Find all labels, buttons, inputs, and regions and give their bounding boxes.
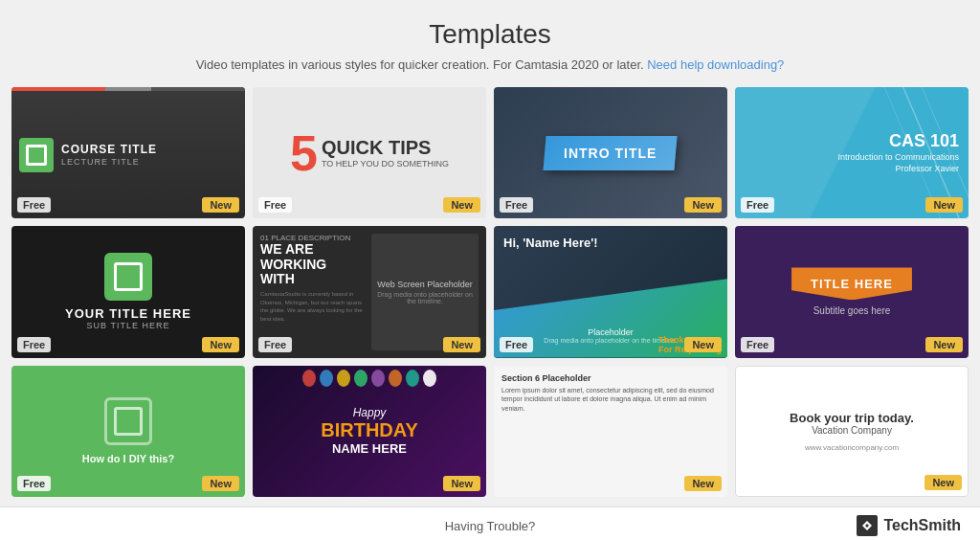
card9-logo [104, 397, 152, 445]
card6-heading: WE ARE WORKING WITH [260, 242, 368, 286]
card3-new-badge: New [684, 197, 722, 213]
card6-drag-text: Drag media onto placeholder on the timel… [375, 291, 475, 304]
card9-logo-inner [114, 407, 143, 436]
card6-new-badge: New [443, 337, 480, 352]
card1-new-badge: New [202, 197, 239, 213]
card1-subtitle: LECTURE TITLE [61, 157, 157, 167]
card3-free-badge: Free [500, 197, 533, 213]
card1-logo [19, 138, 54, 172]
card8-subtitle: Subtitle goes here [813, 305, 891, 316]
card9-free-badge: Free [17, 476, 51, 491]
card10-new-badge: New [443, 476, 480, 491]
card5-logo [104, 253, 152, 301]
card6-desc: CamtasiaStudio is currently based in Oke… [260, 290, 368, 323]
card5-logo-inner [114, 262, 143, 291]
template-card-11[interactable]: Section 6 Placeholder Lorem ipsum dolor … [494, 366, 727, 497]
template-card-6[interactable]: 01 PLACE DESCRIPTION WE ARE WORKING WITH… [253, 226, 486, 357]
template-card-1[interactable]: COURSE TITLE LECTURE TITLE Free New [11, 87, 245, 218]
card10-name: NAME HERE [332, 441, 407, 456]
card8-free-badge: Free [741, 337, 774, 352]
template-card-3[interactable]: INTRO TITLE Free New [494, 87, 727, 218]
card5-subtitle: SUB TITLE HERE [87, 321, 170, 330]
card2-sub: TO HELP YOU DO SOMETHING [322, 159, 449, 169]
techsmith-name: TechSmith [883, 517, 961, 534]
card9-new-badge: New [202, 476, 239, 491]
card5-free-badge: Free [17, 337, 51, 352]
card2-new-badge: New [443, 197, 480, 213]
template-card-5[interactable]: YOUR TITLE HERE SUB TITLE HERE Free New [11, 226, 245, 357]
card7-greeting: Hi, 'Name Here'! [503, 236, 598, 250]
card2-number: 5 [290, 128, 318, 178]
page-subtitle: Video templates in various styles for qu… [10, 57, 970, 72]
card8-new-badge: New [925, 337, 963, 352]
page-title: Templates [10, 19, 970, 50]
template-card-2[interactable]: 5 QUICK TIPS TO HELP YOU DO SOMETHING Fr… [253, 87, 486, 218]
card6-left: 01 PLACE DESCRIPTION WE ARE WORKING WITH… [260, 234, 368, 349]
card12-url: www.vacationcompany.com [805, 443, 899, 452]
footer-trouble-text[interactable]: Having Trouble? [333, 519, 647, 533]
card4-course: CAS 101 [837, 131, 959, 151]
template-card-8[interactable]: TITLE HERE Subtitle goes here Free New [735, 226, 969, 357]
card7-free-badge: Free [500, 337, 533, 352]
card10-birthday: BIRTHDAY [321, 419, 418, 441]
template-card-7[interactable]: Hi, 'Name Here'! Placeholder Drag media … [494, 226, 727, 357]
card3-ribbon: INTRO TITLE [544, 136, 678, 170]
main-content: Templates Video templates in various sty… [0, 0, 980, 506]
card2-free-badge: Free [258, 197, 292, 213]
techsmith-icon [860, 519, 874, 532]
help-link[interactable]: Need help downloading? [647, 57, 784, 72]
card10-happy: Happy [353, 406, 387, 419]
card8-title: TITLE HERE [811, 277, 893, 291]
footer-logo: TechSmith [647, 515, 961, 536]
footer: Having Trouble? TechSmith [0, 506, 980, 540]
card6-right: Web Screen Placeholder Drag media onto p… [371, 234, 479, 349]
template-card-12[interactable]: Book your trip today. Vacation Company w… [735, 366, 969, 497]
card4-prof: Professor Xavier [837, 163, 959, 175]
card12-new-badge: New [924, 475, 962, 490]
card6-placeholder-title: Web Screen Placeholder [377, 280, 472, 289]
card12-company: Vacation Company [812, 425, 892, 436]
card4-desc: Introduction to Communications [837, 151, 959, 164]
template-card-9[interactable]: How do I DIY this? Free New [11, 366, 245, 497]
card4-content: CAS 101 Introduction to Communications P… [837, 131, 959, 175]
card1-text: COURSE TITLE LECTURE TITLE [61, 143, 157, 166]
card8-shape: TITLE HERE [791, 267, 912, 300]
card11-section: Section 6 Placeholder [501, 373, 720, 383]
templates-grid: COURSE TITLE LECTURE TITLE Free New 5 QU… [11, 87, 969, 497]
card9-text: How do I DIY this? [82, 453, 174, 464]
techsmith-logo-icon [857, 515, 878, 536]
template-card-10[interactable]: Happy BIRTHDAY NAME HERE New [253, 366, 486, 497]
card5-title: YOUR TITLE HERE [65, 306, 191, 321]
card1-free-badge: Free [17, 197, 51, 213]
subtitle-text: Video templates in various styles for qu… [196, 57, 644, 72]
card1-logo-inner [26, 145, 47, 166]
card5-new-badge: New [202, 337, 239, 352]
card4-free-badge: Free [741, 197, 774, 213]
card2-quick: QUICK TIPS [322, 138, 449, 157]
card7-placeholder: Placeholder Drag media onto placeholder … [544, 327, 677, 344]
card11-lorem: Lorem ipsum dolor sit amet, consectetur … [501, 386, 720, 414]
card7-new-badge: New [684, 337, 722, 352]
card3-title: INTRO TITLE [564, 146, 657, 161]
template-card-4[interactable]: CAS 101 Introduction to Communications P… [735, 87, 969, 218]
card7-content: Hi, 'Name Here'! [503, 236, 598, 250]
card12-book: Book your trip today. [790, 411, 914, 425]
card6-free-badge: Free [258, 337, 292, 352]
card2-text: QUICK TIPS TO HELP YOU DO SOMETHING [318, 138, 449, 169]
card1-title: COURSE TITLE [61, 143, 157, 156]
card4-new-badge: New [925, 197, 963, 213]
card11-new-badge: New [684, 476, 722, 491]
